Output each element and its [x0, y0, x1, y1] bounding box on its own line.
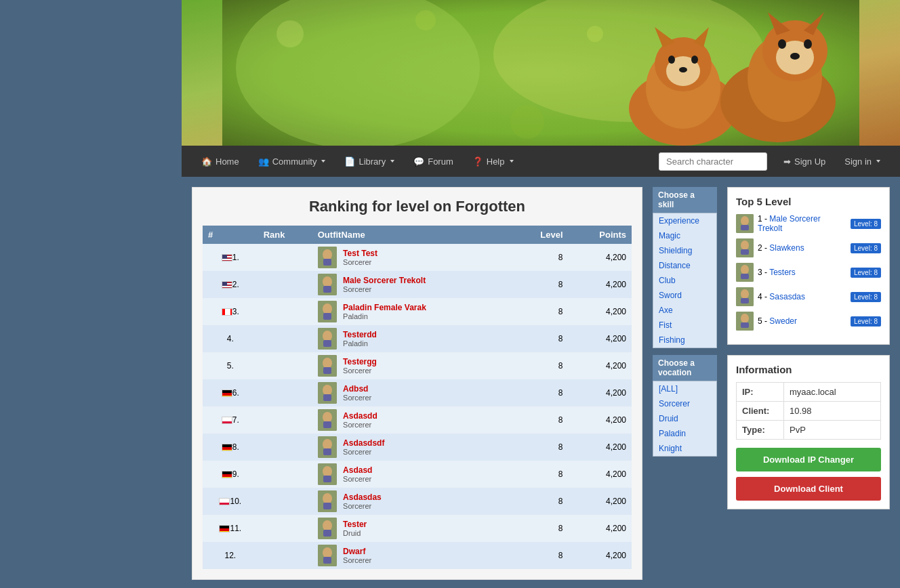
- nav-forum[interactable]: 💬 Forum: [404, 148, 463, 175]
- skill-item[interactable]: Magic: [653, 228, 716, 243]
- svg-rect-101: [741, 249, 749, 255]
- download-client-button[interactable]: Download Client: [736, 477, 881, 501]
- home-icon: 🏠: [201, 156, 212, 167]
- char-name-link[interactable]: Dwarf: [343, 547, 365, 556]
- char-name-link[interactable]: Testergg: [343, 357, 377, 366]
- rank-number: 8.: [232, 442, 239, 452]
- char-level: 8: [512, 352, 569, 379]
- char-points: 4,200: [569, 244, 632, 271]
- skill-item[interactable]: Experience: [653, 213, 716, 228]
- search-input[interactable]: [659, 152, 767, 171]
- top5-panel: Top 5 Level 1 - Male Sorcerer Trekolt Le…: [727, 187, 890, 345]
- col-points: Points: [569, 226, 632, 244]
- skill-item[interactable]: Axe: [653, 303, 716, 318]
- top5-name-link[interactable]: Male Sorcerer Trekolt: [758, 214, 821, 233]
- char-name-cell: Adbsd Sorcerer: [312, 379, 512, 406]
- nav-home[interactable]: 🏠 Home: [192, 148, 249, 175]
- svg-rect-82: [220, 499, 230, 503]
- char-vocation: Sorcerer: [343, 448, 384, 456]
- rank-number: 11.: [230, 524, 241, 533]
- rank-empty: [258, 488, 312, 515]
- svg-rect-87: [220, 526, 230, 528]
- vocation-item[interactable]: [ALL]: [653, 381, 716, 396]
- information-panel: Information IP: myaac.local Client: 10.9…: [727, 355, 890, 509]
- content-area: Ranking for level on Forgotten # Rank Ou…: [192, 187, 642, 580]
- level-badge: Level: 8: [851, 219, 881, 229]
- banner-image: [182, 0, 900, 146]
- vocation-item[interactable]: Paladin: [653, 426, 716, 441]
- rank-number: 10.: [230, 497, 241, 506]
- svg-rect-58: [323, 367, 331, 374]
- svg-rect-95: [323, 557, 331, 564]
- rank-empty: [258, 406, 312, 434]
- skill-item[interactable]: Fishing: [653, 333, 716, 348]
- nav-help[interactable]: ❓ Help: [463, 148, 523, 175]
- top5-name-link[interactable]: Slawkens: [769, 243, 804, 253]
- skill-item[interactable]: Sword: [653, 288, 716, 303]
- svg-point-45: [323, 276, 332, 287]
- flag-icon: [222, 471, 232, 478]
- char-name-link[interactable]: Testerdd: [343, 330, 377, 339]
- nav-signin[interactable]: Sign in: [835, 148, 890, 175]
- char-name-link[interactable]: Asdasd: [343, 465, 372, 475]
- ranking-table: # Rank OutfitName Level Points 1.: [203, 226, 632, 569]
- community-caret: [321, 160, 325, 163]
- info-row-type: Type: PvP: [737, 421, 881, 440]
- nav-library[interactable]: 📄 Library: [335, 148, 404, 175]
- char-name-link[interactable]: Paladin Female Varak: [343, 303, 426, 312]
- rank-empty: [258, 352, 312, 379]
- char-name-cell: Dwarf Sorcerer: [312, 542, 512, 569]
- char-name-link[interactable]: Asdasdsdf: [343, 438, 384, 448]
- client-label: Client:: [737, 402, 784, 421]
- top5-item: 2 - Slawkens Level: 8: [736, 238, 881, 257]
- char-points: 4,200: [569, 515, 632, 542]
- svg-rect-66: [222, 421, 232, 424]
- char-sprite: [318, 463, 337, 485]
- svg-point-103: [741, 265, 749, 274]
- svg-point-80: [323, 466, 332, 477]
- svg-point-10: [668, 56, 675, 64]
- top5-sprite: [736, 238, 754, 257]
- nav-signup[interactable]: ➡ Sign Up: [774, 148, 835, 175]
- char-vocation: Sorcerer: [343, 502, 382, 510]
- signin-caret: [876, 160, 880, 163]
- community-icon: 👥: [258, 156, 269, 167]
- svg-rect-88: [220, 528, 230, 531]
- char-points: 4,200: [569, 325, 632, 352]
- vocation-item[interactable]: Druid: [653, 411, 716, 426]
- char-name-link[interactable]: Asdasdas: [343, 492, 382, 502]
- svg-point-74: [323, 439, 332, 450]
- rank-number: 6.: [232, 388, 239, 398]
- top5-item: 3 - Testers Level: 8: [736, 263, 881, 282]
- download-ip-changer-button[interactable]: Download IP Changer: [736, 448, 881, 471]
- nav-community[interactable]: 👥 Community: [249, 148, 335, 175]
- svg-point-97: [741, 216, 749, 226]
- char-name-link[interactable]: Tester: [343, 520, 367, 529]
- svg-rect-65: [222, 417, 232, 421]
- char-name-link[interactable]: Adbsd: [343, 384, 368, 394]
- top5-name-link[interactable]: Sasasdas: [769, 292, 805, 301]
- skill-item[interactable]: Club: [653, 273, 716, 288]
- col-rank: Rank: [258, 226, 312, 244]
- table-row: 5. Testergg Sorcerer 84,200: [203, 352, 632, 379]
- char-name-link[interactable]: Male Sorcerer Trekolt: [343, 276, 426, 285]
- svg-rect-60: [222, 393, 232, 396]
- skill-item[interactable]: Fist: [653, 318, 716, 333]
- table-row: 2. Male Sorcerer Trekolt Sorcerer 84,200: [203, 271, 632, 298]
- vocation-item[interactable]: Sorcerer: [653, 396, 716, 411]
- top5-name-link[interactable]: Testers: [769, 268, 796, 277]
- char-name-link[interactable]: Asdasdd: [343, 411, 377, 421]
- rank-empty: [258, 515, 312, 542]
- char-name-link[interactable]: Test Test: [343, 249, 377, 258]
- top5-title: Top 5 Level: [736, 196, 881, 207]
- char-sprite: [318, 328, 337, 350]
- svg-point-94: [323, 547, 332, 558]
- char-points: 4,200: [569, 379, 632, 406]
- rank-flag-cell: 1.: [203, 244, 258, 271]
- skill-item[interactable]: Distance: [653, 258, 716, 273]
- table-row: 6. Adbsd Sorcerer 84,200: [203, 379, 632, 406]
- top5-name-link[interactable]: Sweder: [769, 316, 797, 326]
- table-row: 10. Asdasdas Sorcerer 84,200: [203, 488, 632, 515]
- skill-item[interactable]: Shielding: [653, 243, 716, 258]
- vocation-item[interactable]: Knight: [653, 441, 716, 456]
